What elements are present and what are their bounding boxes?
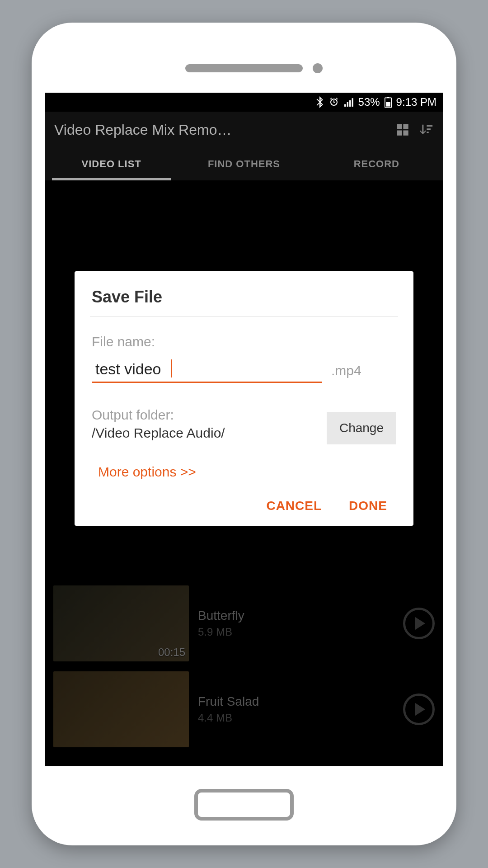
svg-rect-6 [387, 97, 389, 98]
bluetooth-icon [315, 96, 324, 108]
svg-rect-13 [427, 132, 428, 133]
phone-frame: 53% 9:13 PM Video Replace Mix Remo… VIDE… [32, 23, 456, 845]
clock-time: 9:13 PM [396, 96, 436, 108]
tab-record[interactable]: RECORD [310, 148, 443, 180]
screen: 53% 9:13 PM Video Replace Mix Remo… VIDE… [45, 93, 443, 766]
output-folder-label: Output folder: [92, 407, 319, 423]
phone-camera [313, 63, 323, 73]
svg-rect-0 [344, 104, 346, 107]
tab-label: RECORD [354, 158, 399, 170]
save-file-dialog: Save File File name: .mp4 Output folder:… [75, 271, 413, 526]
more-options-link[interactable]: More options >> [98, 464, 396, 480]
svg-rect-5 [386, 102, 390, 107]
filename-input-wrapper [92, 358, 322, 383]
sort-icon[interactable] [418, 122, 434, 137]
svg-rect-8 [403, 124, 408, 129]
signal-icon [344, 97, 354, 107]
status-bar: 53% 9:13 PM [45, 93, 443, 112]
tabs: VIDEO LIST FIND OTHERS RECORD [45, 148, 443, 180]
svg-rect-1 [347, 102, 348, 107]
tab-video-list[interactable]: VIDEO LIST [45, 148, 178, 180]
cancel-button[interactable]: CANCEL [266, 499, 322, 513]
tab-label: VIDEO LIST [82, 158, 141, 170]
done-button[interactable]: DONE [349, 499, 387, 513]
tab-find-others[interactable]: FIND OTHERS [178, 148, 310, 180]
svg-rect-12 [427, 128, 431, 130]
svg-rect-3 [352, 98, 353, 107]
divider [90, 316, 398, 317]
battery-percent: 53% [358, 96, 380, 108]
dialog-title: Save File [92, 288, 396, 307]
svg-rect-2 [349, 100, 351, 107]
filename-label: File name: [92, 334, 396, 349]
change-folder-button[interactable]: Change [327, 412, 396, 444]
phone-speaker [185, 64, 303, 72]
svg-rect-11 [427, 125, 432, 127]
svg-rect-9 [397, 130, 402, 135]
svg-rect-7 [397, 124, 402, 129]
battery-icon [385, 97, 392, 108]
svg-rect-10 [403, 130, 408, 135]
home-button[interactable] [194, 789, 294, 821]
tab-label: FIND OTHERS [208, 158, 280, 170]
text-cursor [171, 359, 172, 377]
output-folder-path: /Video Replace Audio/ [92, 425, 319, 441]
app-header: Video Replace Mix Remo… [45, 112, 443, 148]
alarm-icon [328, 97, 339, 108]
file-extension: .mp4 [331, 363, 361, 378]
filename-field[interactable] [92, 358, 322, 383]
app-title: Video Replace Mix Remo… [54, 122, 387, 138]
grid-view-icon[interactable] [395, 122, 410, 137]
